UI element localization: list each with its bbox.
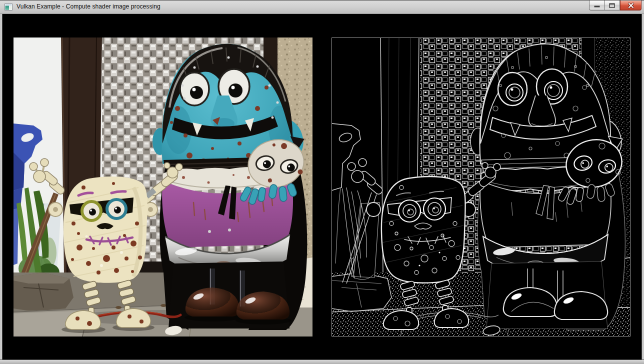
- app-icon: [4, 3, 12, 11]
- titlebar[interactable]: Vulkan Example - Compute shader image pr…: [0, 0, 644, 14]
- window-border-right: [642, 14, 644, 364]
- maximize-button[interactable]: [604, 0, 620, 10]
- close-icon: [628, 2, 634, 8]
- app-window: Vulkan Example - Compute shader image pr…: [0, 0, 644, 364]
- maximize-icon: [609, 2, 616, 8]
- window-border-bottom: [0, 360, 644, 364]
- close-button[interactable]: [620, 0, 642, 10]
- original-image: [14, 38, 312, 336]
- window-controls: [589, 0, 642, 10]
- processed-image-panel: [332, 38, 630, 336]
- window-title: Vulkan Example - Compute shader image pr…: [16, 3, 160, 10]
- original-image-panel: [14, 38, 312, 336]
- render-area: [2, 14, 642, 360]
- minimize-icon: [594, 3, 600, 8]
- processed-image: [332, 38, 630, 336]
- minimize-button[interactable]: [589, 0, 604, 10]
